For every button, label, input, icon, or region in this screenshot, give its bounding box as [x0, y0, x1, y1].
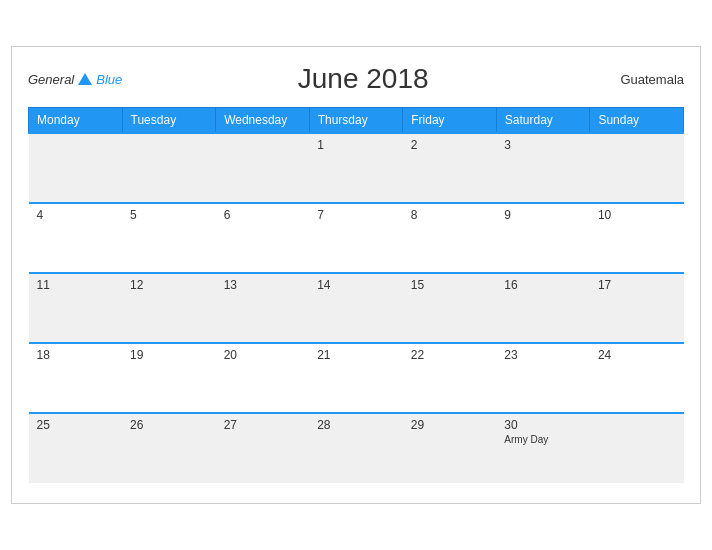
- calendar-cell: 28: [309, 413, 403, 483]
- weekday-header-friday: Friday: [403, 108, 497, 134]
- calendar-cell: 16: [496, 273, 590, 343]
- week-row-3: 11121314151617: [29, 273, 684, 343]
- day-number: 24: [598, 348, 676, 362]
- calendar-cell: [29, 133, 123, 203]
- calendar-cell: 27: [216, 413, 310, 483]
- day-number: 10: [598, 208, 676, 222]
- calendar-cell: 4: [29, 203, 123, 273]
- weekday-header-row: MondayTuesdayWednesdayThursdayFridaySatu…: [29, 108, 684, 134]
- calendar-cell: 26: [122, 413, 216, 483]
- calendar-cell: [122, 133, 216, 203]
- calendar-cell: 3: [496, 133, 590, 203]
- day-number: 1: [317, 138, 395, 152]
- weekday-header-monday: Monday: [29, 108, 123, 134]
- calendar-cell: 11: [29, 273, 123, 343]
- day-number: 4: [37, 208, 115, 222]
- weekday-header-wednesday: Wednesday: [216, 108, 310, 134]
- calendar-cell: 17: [590, 273, 684, 343]
- calendar-cell: 7: [309, 203, 403, 273]
- calendar-cell: [590, 413, 684, 483]
- week-row-1: 123: [29, 133, 684, 203]
- day-number: 15: [411, 278, 489, 292]
- day-number: 25: [37, 418, 115, 432]
- calendar-cell: 10: [590, 203, 684, 273]
- logo: General Blue: [28, 72, 122, 87]
- day-number: 6: [224, 208, 302, 222]
- calendar-cell: 30Army Day: [496, 413, 590, 483]
- calendar-cell: 8: [403, 203, 497, 273]
- calendar-cell: 22: [403, 343, 497, 413]
- weekday-header-tuesday: Tuesday: [122, 108, 216, 134]
- weekday-header-saturday: Saturday: [496, 108, 590, 134]
- day-number: 27: [224, 418, 302, 432]
- calendar-cell: 24: [590, 343, 684, 413]
- weekday-header-thursday: Thursday: [309, 108, 403, 134]
- calendar-cell: 9: [496, 203, 590, 273]
- calendar-cell: 19: [122, 343, 216, 413]
- day-number: 12: [130, 278, 208, 292]
- calendar-cell: 15: [403, 273, 497, 343]
- day-number: 7: [317, 208, 395, 222]
- day-number: 13: [224, 278, 302, 292]
- calendar-cell: 29: [403, 413, 497, 483]
- week-row-4: 18192021222324: [29, 343, 684, 413]
- calendar-container: General Blue June 2018 Guatemala MondayT…: [11, 46, 701, 504]
- calendar-cell: 2: [403, 133, 497, 203]
- calendar-cell: [216, 133, 310, 203]
- calendar-cell: 6: [216, 203, 310, 273]
- day-number: 17: [598, 278, 676, 292]
- calendar-cell: 5: [122, 203, 216, 273]
- day-number: 14: [317, 278, 395, 292]
- day-number: 28: [317, 418, 395, 432]
- country-label: Guatemala: [604, 72, 684, 87]
- calendar-cell: 20: [216, 343, 310, 413]
- calendar-cell: [590, 133, 684, 203]
- week-row-2: 45678910: [29, 203, 684, 273]
- day-number: 29: [411, 418, 489, 432]
- day-number: 18: [37, 348, 115, 362]
- calendar-cell: 1: [309, 133, 403, 203]
- calendar-cell: 13: [216, 273, 310, 343]
- calendar-cell: 14: [309, 273, 403, 343]
- calendar-cell: 18: [29, 343, 123, 413]
- day-number: 9: [504, 208, 582, 222]
- day-number: 5: [130, 208, 208, 222]
- day-number: 2: [411, 138, 489, 152]
- calendar-cell: 23: [496, 343, 590, 413]
- calendar-title: June 2018: [122, 63, 604, 95]
- calendar-header: General Blue June 2018 Guatemala: [28, 63, 684, 95]
- day-number: 11: [37, 278, 115, 292]
- day-number: 19: [130, 348, 208, 362]
- calendar-cell: 12: [122, 273, 216, 343]
- day-number: 30: [504, 418, 582, 432]
- day-number: 20: [224, 348, 302, 362]
- day-number: 22: [411, 348, 489, 362]
- logo-triangle-icon: [78, 73, 92, 85]
- weekday-header-sunday: Sunday: [590, 108, 684, 134]
- calendar-grid: MondayTuesdayWednesdayThursdayFridaySatu…: [28, 107, 684, 483]
- calendar-cell: 21: [309, 343, 403, 413]
- day-number: 21: [317, 348, 395, 362]
- week-row-5: 252627282930Army Day: [29, 413, 684, 483]
- day-number: 26: [130, 418, 208, 432]
- calendar-cell: 25: [29, 413, 123, 483]
- holiday-label: Army Day: [504, 434, 582, 445]
- day-number: 3: [504, 138, 582, 152]
- day-number: 23: [504, 348, 582, 362]
- logo-general: General: [28, 72, 74, 87]
- logo-blue: Blue: [96, 72, 122, 87]
- day-number: 8: [411, 208, 489, 222]
- day-number: 16: [504, 278, 582, 292]
